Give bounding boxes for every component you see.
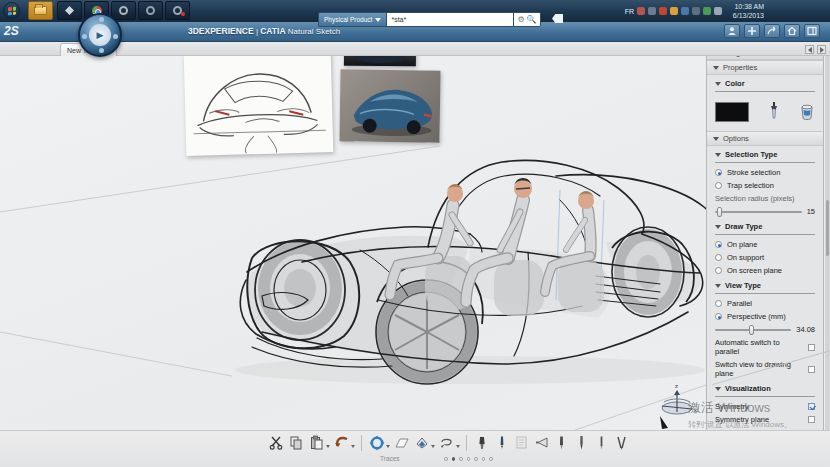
panel-section-properties[interactable]: Properties [707,60,823,75]
search-icon[interactable]: 🔍 [527,15,537,24]
checkbox-icon[interactable] [808,366,815,373]
chevron-left-icon[interactable] [805,45,814,54]
messenger-icon[interactable] [659,7,667,15]
dropdown-caret-icon[interactable] [351,445,355,448]
dropdown-caret-icon[interactable] [456,445,460,448]
page-dot[interactable] [467,457,471,461]
radio-trap-selection[interactable]: Trap selection [707,179,823,192]
experience-compass[interactable]: ▶ [78,13,122,57]
view-type-header[interactable]: View Type [707,277,823,291]
color-swatch[interactable] [715,102,749,122]
reference-image-pencil-sketch[interactable] [184,50,334,156]
panel-scrollbar-thumb[interactable] [826,200,829,256]
visualization-header[interactable]: Visualization [707,380,823,394]
update-icon[interactable] [670,7,678,15]
brush-icon[interactable] [613,434,630,451]
plane-icon[interactable] [393,434,410,451]
slider-handle[interactable] [749,325,754,335]
color-subsection-header[interactable]: Color [707,75,823,89]
stylus-icon[interactable] [553,434,570,451]
paint-bucket-icon[interactable] [799,101,815,123]
radio-icon[interactable] [715,313,722,320]
folder-icon[interactable] [28,1,53,20]
check-automatic-switch[interactable]: Automatic switch to parallel [707,336,823,358]
sync-icon[interactable] [368,434,385,451]
chevron-right-icon[interactable] [817,45,826,54]
dropdown-caret-icon[interactable] [431,445,435,448]
compass-north-icon[interactable] [99,17,104,22]
check-symmetry-plane[interactable]: Symmetry plane [707,413,823,426]
paste-icon[interactable] [308,434,325,451]
slider-handle[interactable] [717,207,722,217]
sync-icon[interactable] [714,7,722,15]
share-icon[interactable] [764,24,780,38]
radio-on-support[interactable]: On support [707,251,823,264]
check-symmetry[interactable]: Symmetry [707,400,823,413]
capture-app-icon[interactable] [138,1,163,20]
lasso-icon[interactable] [438,434,455,451]
display-icon[interactable] [681,7,689,15]
checkbox-icon[interactable] [808,344,815,351]
search-input[interactable]: *sta* [386,12,514,27]
radio-on-plane[interactable]: On plane [707,238,823,251]
page-dot[interactable] [474,457,478,461]
marker-icon[interactable] [473,434,490,451]
page-dot[interactable] [444,457,448,461]
cloud-icon[interactable] [648,7,656,15]
tray-language-label[interactable]: FR [625,8,634,15]
page-dot-active[interactable] [452,457,456,461]
fill-icon[interactable] [413,434,430,451]
undo-icon[interactable] [333,434,350,451]
radio-perspective[interactable]: Perspective (mm) [707,310,823,323]
radio-icon[interactable] [715,241,722,248]
app-tile-icon[interactable] [57,1,82,20]
radio-icon[interactable] [715,182,722,189]
panel-section-options[interactable]: Options [707,131,823,146]
draw-type-header[interactable]: Draw Type [707,218,823,232]
gear-icon[interactable]: ⚙ [517,15,524,24]
cut-icon[interactable] [268,434,285,451]
perspective-slider[interactable] [715,329,791,331]
reference-image-blue-render[interactable] [340,69,441,142]
media-app-icon[interactable] [111,1,136,20]
radio-icon[interactable] [715,254,722,261]
eyedropper-icon[interactable] [768,101,780,123]
compass-east-icon[interactable] [113,34,118,39]
ink-pen-icon[interactable] [493,434,510,451]
page-dot[interactable] [489,457,493,461]
radio-icon[interactable] [715,267,722,274]
dropdown-caret-icon[interactable] [326,445,330,448]
selection-radius-slider[interactable] [715,211,802,213]
compass-west-icon[interactable] [82,34,87,39]
recorder-app-icon[interactable] [165,1,190,20]
copy-icon[interactable] [288,434,305,451]
radio-parallel[interactable]: Parallel [707,297,823,310]
system-tray[interactable]: FR [625,0,722,22]
network-icon[interactable] [692,7,700,15]
pencil-icon[interactable] [593,434,610,451]
notes-icon[interactable] [513,434,530,451]
radio-stroke-selection[interactable]: Stroke selection [707,166,823,179]
selection-type-header[interactable]: Selection Type [707,146,823,160]
search-scope-dropdown[interactable]: Physical Product [318,12,386,27]
compass-south-icon[interactable] [99,48,104,53]
user-icon[interactable] [724,24,740,38]
checkbox-checked-icon[interactable] [808,403,815,410]
home-icon[interactable] [784,24,800,38]
stylus-icon-2[interactable] [573,434,590,451]
windows-start-icon[interactable] [3,2,20,19]
radio-icon[interactable] [715,169,722,176]
toolbar-page-dots[interactable] [444,457,493,461]
panel-icon[interactable] [804,24,820,38]
antivirus-icon[interactable] [703,7,711,15]
airbrush-icon[interactable] [533,434,550,451]
page-dot[interactable] [482,457,486,461]
add-icon[interactable] [744,24,760,38]
volume-icon[interactable] [637,7,645,15]
compass-play-icon[interactable]: ▶ [89,24,111,46]
taskbar-clock[interactable]: 10:38 AM 6/13/2013 [733,2,764,20]
radio-on-screen-plane[interactable]: On screen plane [707,264,823,277]
page-dot[interactable] [459,457,463,461]
dropdown-caret-icon[interactable] [386,445,390,448]
radio-icon[interactable] [715,300,722,307]
